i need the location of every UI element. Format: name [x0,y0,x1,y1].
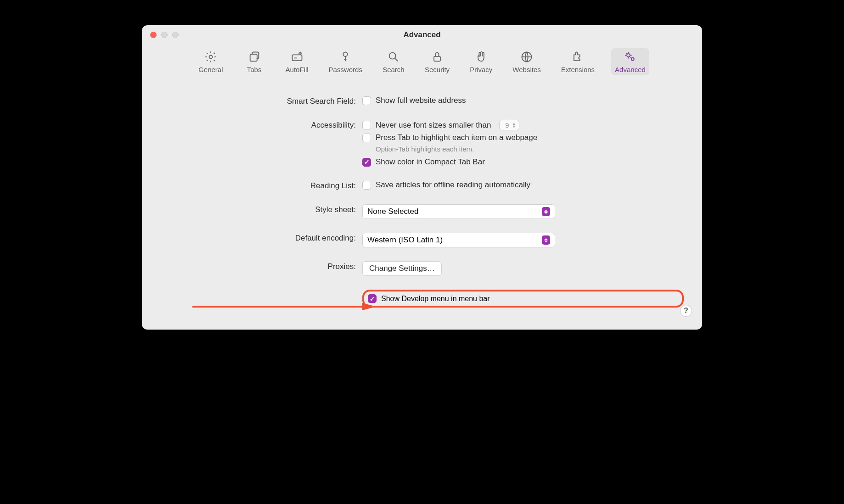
tab-advanced[interactable]: Advanced [611,48,649,75]
default-encoding-label: Default encoding: [160,233,362,243]
default-encoding-select[interactable]: Western (ISO Latin 1) [362,233,555,247]
svg-point-7 [627,54,630,57]
tab-autofill[interactable]: AutoFill [282,48,312,75]
tab-label: Security [425,66,450,73]
tab-label: Tabs [247,66,262,73]
style-sheet-select[interactable]: None Selected [362,204,555,219]
gear-icon [204,50,218,64]
tab-extensions[interactable]: Extensions [557,48,598,75]
svg-rect-1 [250,54,257,61]
svg-rect-5 [434,56,440,61]
proxies-label: Proxies: [160,261,362,271]
zoom-window-button[interactable] [172,32,179,38]
preferences-window: Advanced General Tabs AutoFill Passwords [142,25,702,330]
min-font-size-checkbox[interactable] [362,121,371,129]
show-color-compact-checkbox[interactable] [362,158,371,167]
change-settings-button[interactable]: Change Settings… [362,261,442,276]
tab-websites[interactable]: Websites [509,48,544,75]
tab-label: Search [383,66,405,73]
style-sheet-label: Style sheet: [160,204,362,214]
tab-general[interactable]: General [195,48,226,75]
min-font-size-stepper[interactable]: 9 ▲▼ [499,120,519,130]
window-title: Advanced [142,30,702,39]
reading-list-label: Reading List: [160,180,362,190]
content-area: Smart Search Field: Show full website ad… [142,82,702,330]
chevron-up-down-icon: ▲▼ [512,122,516,129]
svg-point-8 [631,58,634,61]
min-font-size-text: Never use font sizes smaller than [376,121,491,130]
tabs-icon [248,50,261,64]
save-offline-text: Save articles for offline reading automa… [376,180,530,190]
tab-label: Passwords [329,66,362,73]
save-offline-checkbox[interactable] [362,181,371,190]
svg-point-0 [209,56,212,59]
minimize-window-button[interactable] [161,32,168,38]
puzzle-icon [571,50,585,64]
chevron-up-down-icon [542,207,550,216]
tab-label: AutoFill [286,66,309,73]
show-color-compact-text: Show color in Compact Tab Bar [376,157,485,167]
autofill-icon [290,50,304,64]
svg-point-3 [343,52,348,56]
lock-icon [430,50,444,64]
annotation-highlight: Show Develop menu in menu bar [362,290,684,308]
tab-search[interactable]: Search [379,48,408,75]
smart-search-label: Smart Search Field: [160,96,362,106]
press-tab-checkbox[interactable] [362,134,371,142]
tab-privacy[interactable]: Privacy [466,48,496,75]
globe-icon [520,50,534,64]
tab-label: Websites [512,66,540,73]
help-button[interactable]: ? [680,305,692,317]
show-develop-menu-text: Show Develop menu in menu bar [381,295,490,303]
accessibility-label: Accessibility: [160,120,362,130]
hand-icon [474,50,488,64]
tab-label: General [198,66,223,73]
show-full-address-checkbox[interactable] [362,96,371,105]
show-full-address-text: Show full website address [376,96,466,105]
svg-point-4 [389,53,396,59]
key-icon [338,50,352,64]
tab-label: Privacy [470,66,492,73]
tab-passwords[interactable]: Passwords [325,48,366,75]
tab-tabs[interactable]: Tabs [240,48,269,75]
press-tab-text: Press Tab to highlight each item on a we… [376,133,537,142]
tab-label: Advanced [615,66,646,73]
show-develop-menu-checkbox[interactable] [368,294,377,303]
tab-security[interactable]: Security [421,48,453,75]
option-tab-hint: Option-Tab highlights each item. [376,145,684,153]
gears-icon [623,50,637,64]
search-icon [387,50,400,64]
preferences-toolbar: General Tabs AutoFill Passwords Search [142,45,702,82]
window-controls [150,32,179,38]
style-sheet-value: None Selected [367,207,419,216]
titlebar: Advanced [142,25,702,45]
tab-label: Extensions [561,66,595,73]
min-font-size-value: 9 [502,121,512,129]
chevron-up-down-icon [542,235,550,245]
close-window-button[interactable] [150,32,157,38]
default-encoding-value: Western (ISO Latin 1) [367,235,443,245]
